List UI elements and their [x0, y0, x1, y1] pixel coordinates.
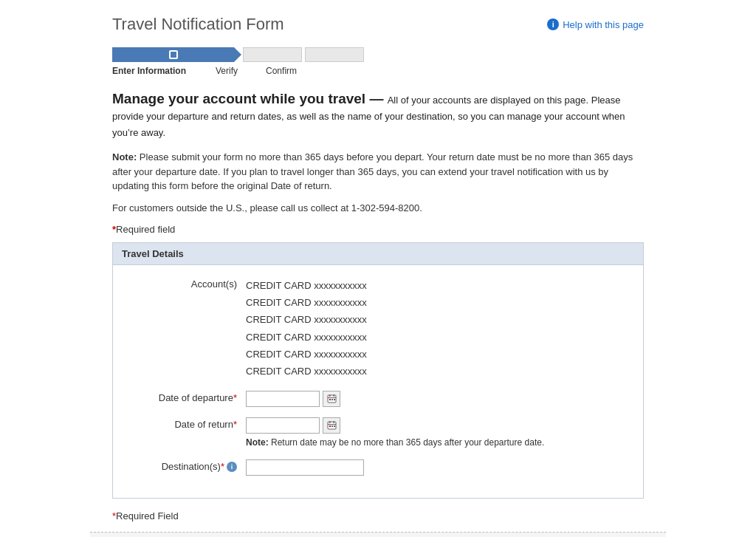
page-title: Travel Notification Form — [112, 15, 284, 34]
help-icon: i — [547, 18, 559, 30]
destination-info-icon[interactable]: i — [227, 462, 237, 472]
svg-rect-2 — [333, 394, 334, 397]
step-label-verify: Verify — [216, 66, 238, 76]
svg-rect-6 — [334, 399, 335, 400]
return-label: Date of return* — [128, 417, 246, 430]
svg-rect-13 — [334, 425, 335, 427]
departure-date-input[interactable] — [246, 391, 320, 407]
departure-label: Date of departure* — [128, 391, 246, 403]
callus-text: For customers outside the U.S., please c… — [112, 202, 644, 213]
list-item: CREDIT CARD xxxxxxxxxxx — [246, 311, 367, 328]
accounts-row: Account(s) CREDIT CARD xxxxxxxxxxx CREDI… — [128, 277, 628, 380]
list-item: CREDIT CARD xxxxxxxxxxx — [246, 329, 367, 346]
travel-details-panel: Travel Details Account(s) CREDIT CARD xx… — [112, 242, 644, 499]
form-footer: Next Cancel — [90, 532, 666, 537]
step-bar-active — [112, 47, 234, 62]
note-block: Note: Please submit your form no more th… — [112, 150, 644, 194]
accounts-label: Account(s) — [128, 277, 246, 290]
list-item: CREDIT CARD xxxxxxxxxxx — [246, 277, 367, 294]
accounts-list: CREDIT CARD xxxxxxxxxxx CREDIT CARD xxxx… — [246, 277, 367, 380]
departure-field — [246, 391, 340, 407]
intro-heading: Manage your account while you travel — A… — [112, 91, 644, 140]
svg-rect-8 — [329, 421, 331, 423]
progress-bar — [112, 47, 644, 62]
step-bar-confirm — [305, 47, 364, 62]
svg-rect-4 — [329, 399, 331, 400]
return-calendar-button[interactable] — [323, 417, 340, 434]
svg-rect-5 — [331, 399, 333, 400]
svg-rect-9 — [333, 421, 334, 423]
required-note-text: Required field — [116, 224, 175, 235]
return-field: Note: Return date may be no more than 36… — [246, 417, 544, 449]
step-label-confirm: Confirm — [266, 66, 297, 76]
list-item: CREDIT CARD xxxxxxxxxxx — [246, 363, 367, 380]
departure-row: Date of departure* — [128, 391, 628, 407]
required-note: *Required field — [112, 224, 644, 235]
return-row: Date of return* — [128, 417, 628, 449]
page-header: Travel Notification Form i Help with thi… — [112, 15, 644, 34]
step-labels: Enter Information Verify Confirm — [112, 66, 644, 76]
help-link-label: Help with this page — [563, 19, 644, 30]
svg-rect-11 — [329, 425, 331, 427]
list-item: CREDIT CARD xxxxxxxxxxx — [246, 294, 367, 311]
list-item: CREDIT CARD xxxxxxxxxxx — [246, 346, 367, 363]
required-field-note: *Required Field — [112, 510, 644, 521]
step-label-enter: Enter Information — [112, 66, 186, 76]
destination-row: Destination(s)*i — [128, 459, 628, 476]
return-date-input[interactable] — [246, 417, 320, 434]
step-bar-verify — [243, 47, 302, 62]
svg-rect-12 — [331, 425, 333, 427]
help-link[interactable]: i Help with this page — [547, 18, 644, 30]
departure-calendar-button[interactable] — [323, 391, 340, 407]
destination-label: Destination(s)*i — [128, 459, 246, 473]
panel-body: Account(s) CREDIT CARD xxxxxxxxxxx CREDI… — [113, 265, 643, 498]
svg-rect-1 — [329, 394, 331, 397]
panel-header: Travel Details — [113, 243, 643, 265]
date-return-note: Note: Return date may be no more than 36… — [246, 437, 544, 449]
destination-input[interactable] — [246, 459, 364, 476]
